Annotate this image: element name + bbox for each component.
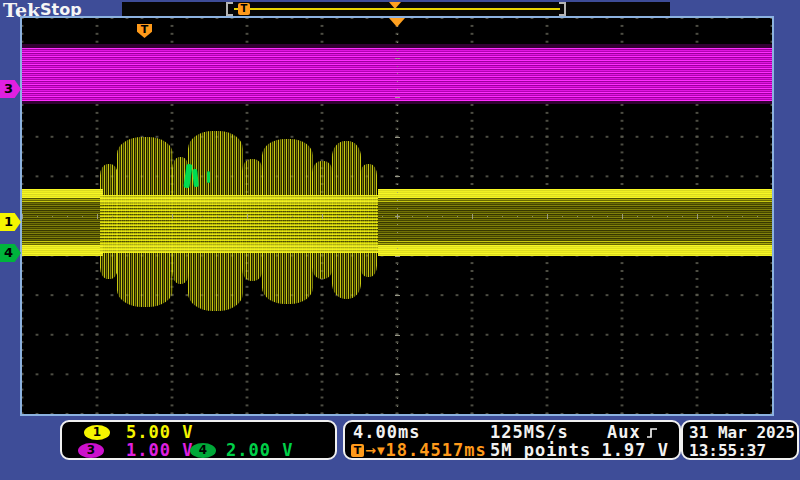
delay-arrow-icon: →	[365, 444, 376, 457]
ch1-trace-idle-left	[22, 189, 103, 256]
delay-time-readout: 18.4517ms	[386, 442, 487, 459]
oscilloscope-screen: Tek Stop T T 3 1 4 1 5.00 V	[0, 0, 800, 480]
sample-rate-readout: 125MS/s	[490, 424, 569, 441]
record-window-bracket-left	[226, 2, 233, 16]
trigger-point-badge: T	[137, 24, 152, 38]
timebase-readout: 4.00ms	[353, 424, 420, 441]
ch4-ground-marker: 4	[0, 244, 21, 262]
vertical-center-axis	[395, 18, 400, 414]
record-trigger-marker: T	[238, 3, 250, 15]
ch1-ground-marker: 1	[0, 213, 21, 231]
ch1-burst-core	[100, 195, 378, 253]
delay-triangle-icon: ▼	[377, 444, 385, 457]
horizontal-trigger-readout-box: 4.00ms 125MS/s Aux T → ▼ 18.4517ms 5M po…	[343, 420, 681, 460]
trigger-level-readout: 1.97 V	[602, 442, 669, 459]
time-readout: 13:55:37	[689, 442, 766, 459]
ch4-trace-glimpse	[207, 171, 210, 183]
trigger-position-triangle-icon	[389, 18, 405, 27]
record-window-bracket-right	[559, 2, 566, 16]
datetime-readout-box: 31 Mar 2025 13:55:37	[681, 420, 799, 460]
ch1-trace-idle-right	[378, 189, 772, 256]
delay-indicator: T → ▼ 18.4517ms	[351, 442, 487, 459]
ch3-scale: 1.00 V	[126, 442, 193, 459]
trigger-source-label: Aux	[607, 422, 641, 442]
ch1-badge: 1	[84, 425, 110, 440]
graticule: T	[20, 16, 774, 416]
ch3-ground-marker: 3	[0, 80, 21, 98]
ch4-scale: 2.00 V	[226, 442, 293, 459]
ch1-scale: 5.00 V	[126, 424, 193, 441]
delay-trigger-badge: T	[351, 444, 364, 457]
channel-scale-readout-box: 1 5.00 V 3 1.00 V 4 2.00 V	[60, 420, 337, 460]
date-readout: 31 Mar 2025	[689, 424, 795, 441]
ch3-badge: 3	[78, 443, 104, 458]
record-length-readout: 5M points	[490, 442, 591, 459]
record-view-bar: T	[122, 2, 670, 16]
trigger-source-readout: Aux	[607, 424, 658, 441]
ch4-badge: 4	[190, 443, 216, 458]
rising-edge-icon	[646, 426, 658, 440]
record-expansion-triangle-icon	[389, 2, 401, 9]
